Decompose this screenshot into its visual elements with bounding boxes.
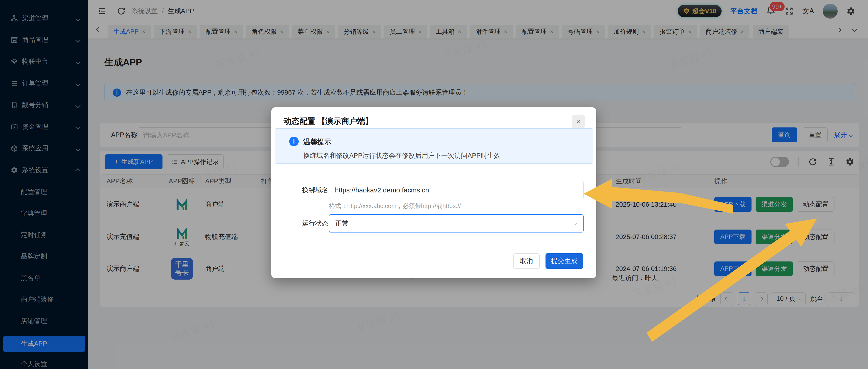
run-status-label: 运行状态 bbox=[280, 214, 329, 233]
modal-title: 动态配置 【演示商户端】 bbox=[283, 116, 373, 127]
modal-tip-box: i 温馨提示 换绑域名和修改APP运行状态会在修改后用户下一次访问APP时生效 bbox=[275, 128, 593, 164]
cancel-button[interactable]: 取消 bbox=[513, 253, 539, 269]
modal-close-button[interactable]: × bbox=[572, 115, 585, 128]
rebind-domain-input[interactable] bbox=[329, 181, 584, 199]
submit-generate-button[interactable]: 提交生成 bbox=[546, 253, 583, 269]
close-icon: × bbox=[576, 117, 581, 126]
tip-title: 温馨提示 bbox=[303, 137, 331, 147]
domain-format-hint: 格式：http://xxx.abc.com，必须带http://或https:/… bbox=[329, 202, 461, 210]
info-icon: i bbox=[289, 137, 299, 146]
dynamic-config-modal: 动态配置 【演示商户端】 × i 温馨提示 换绑域名和修改APP运行状态会在修改… bbox=[271, 107, 596, 278]
tip-body: 换绑域名和修改APP运行状态会在修改后用户下一次访问APP时生效 bbox=[303, 151, 500, 160]
app-screen: ¥ 渠道管理 商品管理 物联中台 订单管理 靓号分销 资金管理 系统应用 系统设… bbox=[0, 0, 868, 369]
chevron-down-icon bbox=[573, 222, 577, 226]
run-status-select[interactable]: 正常 bbox=[329, 214, 584, 233]
rebind-domain-label: 换绑域名 bbox=[280, 181, 329, 199]
